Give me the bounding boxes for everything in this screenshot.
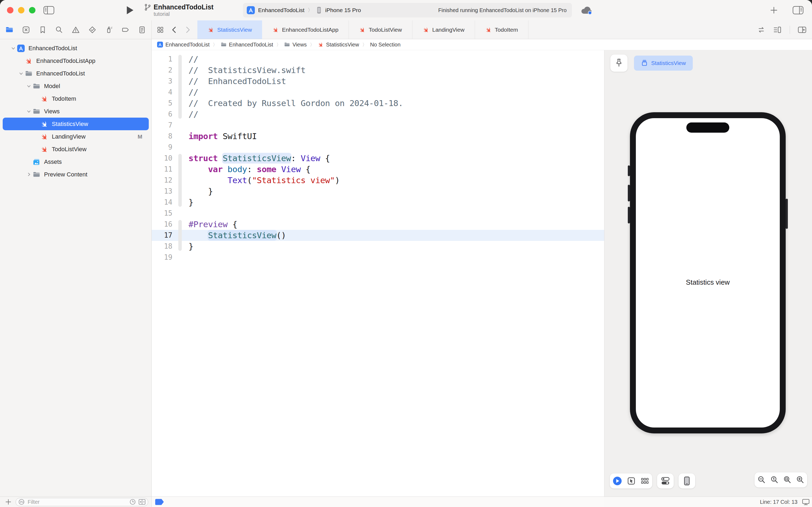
preview-tab-pill[interactable]: StatisticsView: [634, 56, 693, 71]
sidebar-item-LandingView[interactable]: LandingViewM: [3, 130, 149, 143]
sidebar-item-TodoListView[interactable]: TodoListView: [3, 143, 149, 156]
fold-gutter[interactable]: [177, 208, 182, 219]
sidebar-item-EnhancedTodoListApp[interactable]: EnhancedTodoListApp: [3, 55, 149, 67]
code-line-12[interactable]: 12 Text("Statistics view"): [152, 175, 604, 186]
line-number[interactable]: 5: [152, 98, 177, 109]
tab-StatisticsView[interactable]: StatisticsView: [197, 20, 262, 39]
forward-button[interactable]: [184, 26, 191, 34]
tab-EnhancedTodoListApp[interactable]: EnhancedTodoListApp: [262, 20, 349, 39]
source-control-status-icon[interactable]: [138, 499, 146, 505]
variants-mode-button[interactable]: [640, 477, 649, 485]
live-preview-button[interactable]: [613, 476, 622, 486]
disclosure-open-icon[interactable]: [25, 109, 33, 114]
find-navigator-icon[interactable]: [55, 25, 64, 35]
related-items-icon[interactable]: [157, 26, 164, 34]
disclosure-open-icon[interactable]: [25, 84, 33, 88]
fold-gutter[interactable]: [177, 120, 182, 131]
preview-screen[interactable]: Statistics view: [636, 118, 780, 428]
code-review-icon[interactable]: [757, 26, 765, 34]
tests-navigator-icon[interactable]: [88, 25, 97, 35]
code-line-9[interactable]: 9: [152, 142, 604, 153]
fold-gutter[interactable]: [177, 252, 182, 263]
code-line-19[interactable]: 19: [152, 252, 604, 263]
display-icon[interactable]: [802, 498, 810, 505]
line-number[interactable]: 4: [152, 87, 177, 98]
code-line-17[interactable]: 17 StatisticsView(): [152, 230, 604, 241]
line-number[interactable]: 1: [152, 54, 177, 65]
fold-ribbon[interactable]: [178, 154, 182, 207]
sidebar-item-EnhancedTodoList[interactable]: EnhancedTodoList: [3, 67, 149, 80]
back-button[interactable]: [171, 26, 177, 34]
breadcrumb-segment[interactable]: EnhancedTodoList: [221, 42, 273, 48]
filter-field[interactable]: [15, 498, 148, 506]
code-line-2[interactable]: 2// StatisticsView.swift: [152, 65, 604, 76]
sidebar-item-Preview Content[interactable]: Preview Content: [3, 168, 149, 181]
disclosure-open-icon[interactable]: [9, 46, 17, 51]
sidebar-item-TodoItem[interactable]: TodoItem: [3, 92, 149, 105]
add-button[interactable]: [767, 3, 781, 17]
line-number[interactable]: 11: [152, 164, 177, 175]
code-line-6[interactable]: 6//: [152, 109, 604, 120]
line-number[interactable]: 8: [152, 131, 177, 142]
line-number[interactable]: 10: [152, 153, 177, 164]
breakpoints-navigator-icon[interactable]: [121, 25, 130, 35]
scheme-selector[interactable]: EnhancedTodoList 〉 iPhone 15 Pro Finishe…: [243, 3, 572, 17]
breakpoint-indicator[interactable]: [155, 499, 164, 505]
toggle-navigator-button[interactable]: [42, 3, 56, 17]
filter-input[interactable]: [27, 499, 127, 505]
preview-device-button[interactable]: [679, 473, 695, 489]
line-number[interactable]: 16: [152, 219, 177, 230]
code-line-8[interactable]: 8import SwiftUI: [152, 131, 604, 142]
selectable-mode-button[interactable]: [627, 477, 636, 485]
debug-navigator-icon[interactable]: [105, 25, 114, 35]
device-settings-button[interactable]: [657, 473, 674, 489]
line-number[interactable]: 18: [152, 241, 177, 252]
code-line-14[interactable]: 14}: [152, 197, 604, 208]
code-line-16[interactable]: 16#Preview {: [152, 219, 604, 230]
editor-options-icon[interactable]: [773, 26, 782, 34]
run-button[interactable]: [123, 3, 137, 17]
fullscreen-button[interactable]: [29, 7, 36, 13]
line-number[interactable]: 13: [152, 186, 177, 197]
breadcrumb-segment[interactable]: EnhancedTodoList: [157, 42, 210, 48]
add-editor-icon[interactable]: [798, 26, 807, 34]
add-file-button[interactable]: [5, 498, 12, 505]
line-number[interactable]: 19: [152, 252, 177, 263]
sidebar-item-Views[interactable]: Views: [3, 105, 149, 118]
source-editor[interactable]: 1//2// StatisticsView.swift3// EnhancedT…: [152, 50, 604, 497]
zoom-100-button[interactable]: [770, 475, 779, 484]
close-button[interactable]: [7, 7, 13, 13]
fold-ribbon[interactable]: [178, 220, 182, 251]
code-line-7[interactable]: 7: [152, 120, 604, 131]
disclosure-open-icon[interactable]: [17, 71, 25, 76]
zoom-out-button[interactable]: [757, 475, 766, 484]
code-line-11[interactable]: 11 var body: some View {: [152, 164, 604, 175]
line-number[interactable]: 14: [152, 197, 177, 208]
line-number[interactable]: 15: [152, 208, 177, 219]
tab-TodoListView[interactable]: TodoListView: [349, 20, 412, 39]
recents-icon[interactable]: [129, 498, 136, 505]
line-number[interactable]: 17: [152, 230, 177, 241]
toggle-inspector-button[interactable]: [791, 3, 805, 17]
line-number[interactable]: 7: [152, 120, 177, 131]
code-line-1[interactable]: 1//: [152, 54, 604, 65]
code-line-13[interactable]: 13 }: [152, 186, 604, 197]
code-line-5[interactable]: 5// Created by Russell Gordon on 2024-01…: [152, 98, 604, 109]
scheme-name[interactable]: EnhancedTodoList: [258, 7, 304, 13]
disclosure-closed-icon[interactable]: [25, 172, 33, 177]
code-line-4[interactable]: 4//: [152, 87, 604, 98]
source-control-navigator-icon[interactable]: [21, 25, 31, 35]
breadcrumb-segment[interactable]: Views: [284, 42, 307, 48]
fold-gutter[interactable]: [177, 131, 182, 142]
run-destination[interactable]: iPhone 15 Pro: [325, 7, 361, 13]
issues-navigator-icon[interactable]: [71, 25, 80, 35]
line-number[interactable]: 9: [152, 142, 177, 153]
tab-TodoItem[interactable]: TodoItem: [475, 20, 528, 39]
sidebar-item-Model[interactable]: Model: [3, 80, 149, 92]
line-number[interactable]: 12: [152, 175, 177, 186]
sidebar-item-StatisticsView[interactable]: StatisticsView: [3, 118, 149, 130]
code-line-3[interactable]: 3// EnhancedTodoList: [152, 76, 604, 87]
line-number[interactable]: 6: [152, 109, 177, 120]
bookmarks-navigator-icon[interactable]: [38, 25, 47, 35]
line-number[interactable]: 3: [152, 76, 177, 87]
